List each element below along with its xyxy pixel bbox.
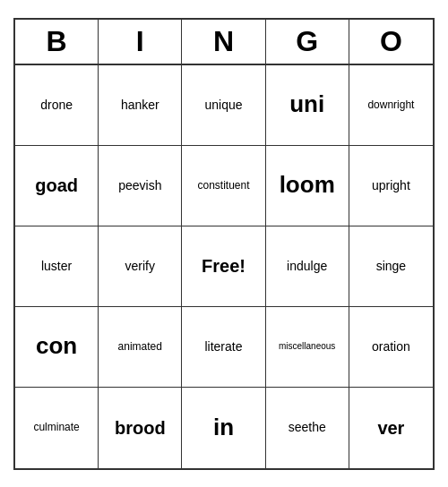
cell-text: miscellaneous: [279, 341, 335, 352]
bingo-header: BINGO: [15, 20, 433, 65]
bingo-cell: indulge: [266, 226, 349, 307]
cell-text: hanker: [121, 98, 159, 113]
bingo-cell: goad: [15, 146, 99, 226]
bingo-cell: hanker: [99, 65, 182, 146]
cell-text: seethe: [289, 420, 326, 435]
bingo-cell: verify: [99, 226, 182, 307]
cell-text: con: [36, 332, 77, 360]
bingo-cell: miscellaneous: [266, 307, 349, 388]
bingo-card: BINGO dronehankeruniqueunidownrightgoadp…: [13, 18, 435, 470]
cell-text: unique: [204, 98, 242, 113]
bingo-cell: animated: [99, 307, 182, 388]
bingo-cell: ver: [349, 388, 433, 468]
cell-text: drone: [40, 98, 73, 113]
bingo-cell: unique: [182, 65, 265, 146]
cell-text: indulge: [287, 259, 327, 274]
bingo-cell: seethe: [266, 388, 349, 468]
bingo-cell: culminate: [15, 388, 99, 468]
cell-text: downright: [367, 98, 414, 111]
cell-text: culminate: [33, 421, 79, 433]
cell-text: luster: [41, 259, 72, 274]
header-letter: G: [266, 20, 349, 64]
bingo-grid: dronehankeruniqueunidownrightgoadpeevish…: [15, 65, 433, 468]
bingo-cell: uni: [266, 65, 349, 146]
bingo-cell: loom: [266, 146, 349, 226]
bingo-cell: literate: [182, 307, 265, 388]
cell-text: oration: [372, 339, 410, 355]
bingo-cell: singe: [349, 226, 433, 307]
header-letter: N: [182, 20, 265, 64]
cell-text: Free!: [202, 255, 246, 277]
bingo-cell: downright: [349, 65, 433, 146]
cell-text: verify: [125, 259, 155, 274]
bingo-cell: oration: [349, 307, 433, 388]
cell-text: constituent: [197, 179, 249, 192]
bingo-cell: in: [182, 388, 265, 468]
bingo-cell: Free!: [182, 226, 265, 307]
header-letter: O: [349, 20, 433, 64]
bingo-cell: con: [15, 307, 99, 388]
cell-text: peevish: [118, 178, 161, 193]
cell-text: uni: [289, 90, 324, 118]
bingo-cell: upright: [349, 146, 433, 226]
bingo-cell: peevish: [99, 146, 182, 226]
cell-text: loom: [280, 171, 335, 199]
cell-text: literate: [204, 339, 242, 355]
bingo-cell: brood: [99, 388, 182, 468]
cell-text: singe: [376, 259, 406, 274]
header-letter: I: [99, 20, 182, 64]
cell-text: animated: [118, 340, 162, 353]
cell-text: goad: [35, 175, 78, 196]
cell-text: in: [213, 414, 234, 441]
header-letter: B: [15, 20, 99, 64]
cell-text: ver: [377, 417, 404, 439]
bingo-cell: drone: [15, 65, 99, 146]
bingo-cell: luster: [15, 226, 99, 307]
cell-text: brood: [115, 417, 166, 439]
bingo-cell: constituent: [182, 146, 265, 226]
cell-text: upright: [372, 178, 410, 193]
